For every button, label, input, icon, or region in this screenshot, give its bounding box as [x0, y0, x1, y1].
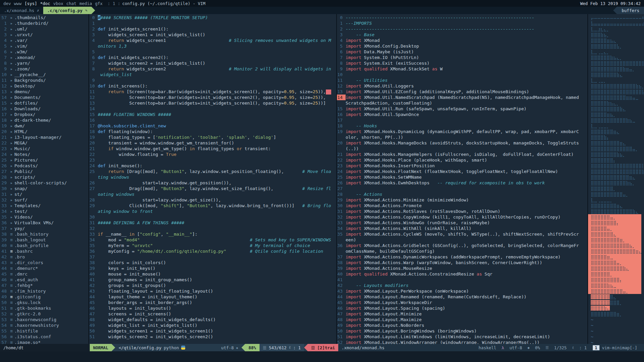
tree-item[interactable]: 27▸Public/: [0, 169, 88, 174]
code-line[interactable]: 14import XMonad.Util.NamedScratchpad (Na…: [337, 95, 587, 100]
code-line[interactable]: 11 -- Utilities: [337, 77, 587, 83]
code-line[interactable]: 40import qualified XMonad.Actions.Constr…: [337, 271, 587, 277]
code-line[interactable]: 51import XMonad.Layout.LimitWindows (lim…: [337, 334, 587, 340]
minimap-row[interactable]: ⣿⣿⣿⣿⣿⣶⣦⣄: [588, 38, 644, 43]
tree-item[interactable]: 25▸Pictures/: [0, 157, 88, 163]
code-line[interactable]: 20 transient = window.window.get_wm_tran…: [89, 140, 336, 146]
minimap-row[interactable]: ⣇⣀⢀⣀⡀: [588, 77, 644, 83]
minimap-row[interactable]: ⡤⠤⠤⠤⠤⠤⠤⠤⠤⠤⠤⠤⠤⠤⠤⠤⠶⠆: [588, 15, 644, 20]
code-line[interactable]: 23import XMonad.Hooks.InsertPosition: [337, 163, 587, 169]
minimap-viewport-row[interactable]: ⣿⣿⣿⣿⣿⣿⣿⣿⣿⣶⡀: [588, 237, 641, 243]
minimap-row[interactable]: ⣿⣿⣿⣿⣿⣿⣷⣦⣄⡀: [588, 55, 644, 60]
tree-item[interactable]: 53≡.haxornewsconfig: [0, 317, 88, 322]
code-line[interactable]: 44 layout_theme = init_layout_theme(): [89, 294, 336, 300]
tree-item[interactable]: 34▸test/: [0, 208, 88, 214]
workspace-tag[interactable]: www: [14, 1, 22, 6]
code-line[interactable]: omClassName, buildDefaultGSConfig): [337, 248, 587, 254]
code-line[interactable]: 34import XMonad.Actions.WithAll (sinkAll…: [337, 226, 587, 231]
code-line[interactable]: 19import XMonad.Hooks.DynamicLog (dynami…: [337, 129, 587, 134]
code-line[interactable]: 5import XMonad.Config.Desktop: [337, 43, 587, 49]
code-line[interactable]: 5: [89, 49, 336, 55]
tree-item[interactable]: 20▸HTML/: [0, 129, 88, 134]
code-line[interactable]: 17: [337, 117, 587, 123]
code-line[interactable]: 15import XMonad.Util.Run (safeSpawn, uns…: [337, 106, 587, 112]
tree-item[interactable]: 37▸yay/: [0, 226, 88, 231]
code-line[interactable]: 45 border_args = init_border_args(): [89, 300, 336, 305]
tree-item[interactable]: 13▸dmenu/: [0, 89, 88, 95]
tree-item[interactable]: 44≡.dmenurc*: [0, 265, 88, 271]
minimap-viewport-row[interactable]: ⣿⣿⣿⣿⣿⣷⣦⣀: [588, 283, 641, 288]
minimap-viewport-row[interactable]: ⣿⣿⣿⣿⣿⣿⣿⣿⣿⣿⣿⣿⣿⣿⣶⣄: [588, 248, 641, 254]
tree-item[interactable]: 9▸.zoom/: [0, 66, 88, 72]
minimap-row[interactable]: ⣿⣿⣿⣿⣿⣿⣿⣿⣷⣄: [588, 72, 644, 77]
tree-item[interactable]: 3▸.urxvt/: [0, 32, 88, 38]
tree-item[interactable]: 49≡.gitconfig: [0, 294, 88, 300]
code-line[interactable]: 22 window.floating = True: [89, 152, 336, 157]
tree-item[interactable]: 26▸Podcasts/: [0, 163, 88, 169]
code-line[interactable]: 21 if window.window.get_wm_type() in flo…: [89, 146, 336, 152]
code-line[interactable]: 13import XMonad.Util.EZConfig (additiona…: [337, 89, 587, 95]
code-line[interactable]: ating window to front: [89, 208, 336, 214]
code-line[interactable]: 10def init_screens():: [89, 83, 336, 89]
buffer-tab[interactable]: .x/xmonad.hs✗: [0, 7, 43, 14]
minimap-row[interactable]: ⣿⣿⣿⣿⣿⣿⣿⣿⣿⣿⣿⣿⣿⣿⣿⣿⣿⠇: [588, 60, 644, 66]
minimap-viewport-row[interactable]: ⣿⣿⣿⣿⣿⣿⣿⣿⣿⡄: [588, 277, 641, 283]
code-line[interactable]: 45import XMonad.Layout.WorkspaceDir: [337, 300, 587, 305]
code-line[interactable]: 17@hook.subscribe.client_new: [89, 123, 336, 129]
tree-item[interactable]: 52≡.gtkrc-2.0: [0, 311, 88, 317]
tree-item[interactable]: 30▸snap/: [0, 186, 88, 191]
code-line[interactable]: 6import Data.Maybe (isJust): [337, 49, 587, 55]
code-line[interactable]: 52import XMonad.Layout.WindowArranger (w…: [337, 340, 587, 344]
tree-item[interactable]: 15▸dotfiles/: [0, 100, 88, 106]
code-line[interactable]: 41: [337, 277, 587, 283]
code-line[interactable]: 2def init_widgets_screen1():: [89, 26, 336, 32]
code-line[interactable]: 36 myConfig = "/home/dt/.config/qtile/co…: [89, 248, 336, 254]
code-line[interactable]: 0##### SCREENS ##### (TRIPLE MONITOR SET…: [89, 15, 336, 20]
code-line[interactable]: olor, shorten, PP(..)): [337, 134, 587, 140]
code-line[interactable]: 11 return [Screen(top=bar.Bar(widgets=in…: [89, 89, 336, 95]
tree-item[interactable]: 14▸Documents/: [0, 95, 88, 100]
tree-item[interactable]: 18▸dt-dark-theme/: [0, 117, 88, 123]
minimap-row[interactable]: ⣿⣿⣿⣿⣿⣿⣿⣿⣿⣿⣿⣿⣿⣿⣿⣿⣧⡀: [588, 89, 644, 95]
minimap-row[interactable]: ⣇⣀⢀⣀⣀⣀⡀: [588, 197, 644, 203]
code-line[interactable]: 50import XMonad.Layout.BoringWindows (bo…: [337, 328, 587, 334]
code-line[interactable]: 25import XMonad.Hooks.SetWMName: [337, 174, 587, 180]
code-line[interactable]: 4import XMonad: [337, 38, 587, 43]
close-icon[interactable]: ✗: [37, 8, 39, 13]
code-line[interactable]: 38import XMonad.Actions.Warp (warpToWind…: [337, 260, 587, 265]
code-line[interactable]: oating windows: [89, 191, 336, 197]
code-line[interactable]: 51 widgets_screen2 = init_widgets_screen…: [89, 334, 336, 340]
code-line[interactable]: 13 Screen(top=bar.Bar(widgets=init_widge…: [89, 100, 336, 106]
workspace-tag[interactable]: [sys]: [24, 1, 37, 6]
tree-item[interactable]: 24▸Notes/: [0, 152, 88, 157]
code-line[interactable]: 34 mod = "mod4" # Sets mod key to SUPER/…: [89, 237, 336, 243]
minimap-row[interactable]: ⣿⣿⣿⣿⣿⣿⣿⣿⣿⣶⣄: [588, 140, 644, 146]
code-line[interactable]: 27 Drag([mod], "Button3", lazy.window.se…: [89, 186, 336, 191]
code-line[interactable]: (..)): [337, 146, 587, 152]
tree-item[interactable]: 1▸.thunderbird/: [0, 20, 88, 26]
tree-item[interactable]: 35▸Videos/: [0, 214, 88, 220]
code-line[interactable]: 46import XMonad.Layout.Spacing (spacing): [337, 305, 587, 311]
code-line[interactable]: 40 mouse = init_mouse(): [89, 271, 336, 277]
minimap-row[interactable]: ⣿⣿⣿⣿⣿⣿⣿⣿⣿⣷⣄: [588, 106, 644, 112]
code-line[interactable]: 2---------------------------------------…: [337, 26, 587, 32]
minimap-viewport-row[interactable]: ⣿⣿⣿⣿⣿⣶⣀: [588, 254, 641, 260]
code-line[interactable]: 41 group_names = init_group_names(): [89, 277, 336, 283]
code-line[interactable]: 47 screens = init_screens(): [89, 311, 336, 317]
tree-item[interactable]: 47≡.fehbg*: [0, 283, 88, 288]
minimap-row[interactable]: ⣿⣿⣿⣿⣿⣿⣿⣿⣶⡀: [588, 311, 644, 317]
code-line[interactable]: 43 floating_layout = init_floating_layou…: [89, 288, 336, 294]
tree-item[interactable]: 38≡.bash_history: [0, 231, 88, 237]
code-line[interactable]: onitors 1,3: [89, 43, 336, 49]
code-line[interactable]: 8import System.Exit (exitSuccess): [337, 60, 587, 66]
minimap-viewport-row[interactable]: ⣿⣿⣿⣿⣿⣿⡀: [588, 271, 641, 277]
code-line[interactable]: 49import XMonad.Layout.NoBorders: [337, 322, 587, 328]
minimap-row[interactable]: ⣇⣀⢀⣀⣄⡀: [588, 49, 644, 55]
code-line[interactable]: 20import XMonad.Hooks.ManageDocks (avoid…: [337, 140, 587, 146]
tree-item[interactable]: 57▸.thumbnails/: [0, 15, 88, 20]
tree-item[interactable]: 56≡.i3status.conf: [0, 334, 88, 340]
minimap-row[interactable]: ⣿⣿⣿⣿⣿⣿⣿⣿⣿⣿⣿⣿⣿⣿⣷⣦⡀: [588, 83, 644, 89]
minimap-row[interactable]: ⣿⣿⣿⣿⣿⣿⣿⣶⣄: [588, 129, 644, 134]
code-line[interactable]: 49 widgets_list = init_widgets_list(): [89, 322, 336, 328]
code-line[interactable]: 12import XMonad.Util.Loggers: [337, 83, 587, 89]
